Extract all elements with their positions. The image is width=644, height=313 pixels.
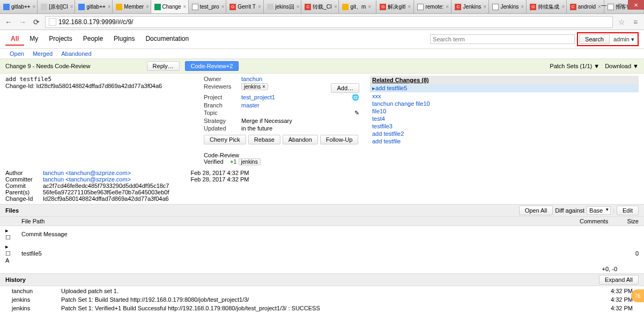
- browser-tab[interactable]: C转载_CI×: [301, 0, 339, 13]
- tab-close-icon[interactable]: ×: [183, 4, 187, 10]
- tab-close-icon[interactable]: ×: [521, 4, 524, 10]
- abandon-button[interactable]: Abandon: [283, 135, 318, 144]
- author-date: Feb 28, 2017 4:32 PM: [191, 170, 249, 176]
- browser-tab[interactable]: GGerrit T×: [226, 0, 264, 13]
- tab-favicon: G: [230, 4, 236, 10]
- browser-tab[interactable]: G解决gitl×: [376, 0, 414, 13]
- related-item[interactable]: testfile3: [370, 122, 639, 130]
- change-title: Change 9 - Needs Code-Review: [5, 63, 90, 69]
- commit-hash: ac2f7cd46fe8edc485f7933290d5dd04df95c18c…: [43, 183, 169, 189]
- code-review-button[interactable]: Code-Review+2: [185, 61, 239, 71]
- browser-tab[interactable]: Jenkins×: [489, 0, 527, 13]
- diff-base-select[interactable]: Base: [587, 206, 611, 215]
- reply-button[interactable]: Reply…: [147, 61, 180, 71]
- file-row[interactable]: ▸ ☐ Atestfile50: [0, 242, 644, 265]
- tab-close-icon[interactable]: ×: [368, 4, 371, 10]
- expand-all-button[interactable]: Expand All: [599, 275, 639, 285]
- related-item[interactable]: tanchun change file10: [370, 100, 639, 107]
- rebase-button[interactable]: Rebase: [248, 135, 280, 144]
- subnav-merged[interactable]: Merged: [28, 49, 57, 59]
- search-button[interactable]: Search: [579, 34, 610, 44]
- tab-close-icon[interactable]: ×: [408, 4, 411, 10]
- add-reviewer-button[interactable]: Add…: [331, 83, 359, 93]
- tab-close-icon[interactable]: ×: [258, 4, 261, 10]
- nav-reload[interactable]: ⟳: [31, 17, 42, 27]
- project-link[interactable]: test_project1: [241, 94, 352, 101]
- nav-projects[interactable]: Projects: [43, 33, 77, 46]
- nav-people[interactable]: People: [78, 33, 108, 46]
- file-row[interactable]: ▸ ☐ Commit Message: [0, 226, 644, 243]
- related-item[interactable]: file10: [370, 107, 639, 115]
- related-item[interactable]: xxx: [370, 92, 639, 100]
- tab-close-icon[interactable]: ×: [561, 4, 565, 10]
- author-link[interactable]: tanchun <tanchun@szprize.com>: [43, 170, 131, 176]
- related-item[interactable]: test4: [370, 115, 639, 122]
- reviewer-chip[interactable]: jenkins ×: [241, 83, 268, 90]
- history-row[interactable]: jenkinsPatch Set 1: Build Started http:/…: [1, 296, 643, 303]
- owner-link[interactable]: tanchun: [241, 76, 359, 82]
- nav-all[interactable]: All: [5, 33, 24, 46]
- change-subject: add testfile5: [5, 76, 193, 83]
- bookmark-icon[interactable]: ☆: [616, 17, 627, 27]
- verified-user[interactable]: jenkins: [239, 158, 261, 165]
- nav-forward[interactable]: →: [17, 17, 28, 27]
- search-input[interactable]: [430, 34, 575, 44]
- address-bar: ← → ⟳ 192.168.0.179:9999/#/c/9/ ☆ ≡: [0, 14, 644, 30]
- browser-tab[interactable]: test_pro×: [189, 0, 227, 13]
- browser-tab[interactable]: [原创]CI×: [38, 0, 75, 13]
- related-item[interactable]: ▸add testfile5: [370, 84, 639, 92]
- browser-tab[interactable]: Change×: [151, 0, 189, 13]
- tab-close-icon[interactable]: ×: [446, 4, 449, 10]
- browser-tab[interactable]: git、m×: [339, 0, 376, 13]
- subnav-abandoned[interactable]: Abandoned: [57, 49, 95, 59]
- nav-plugins[interactable]: Plugins: [108, 33, 140, 46]
- updated-value: in the future: [241, 125, 359, 132]
- change-info: Ownertanchun Reviewersjenkins ×Add… Proj…: [204, 76, 359, 165]
- tab-favicon: [41, 4, 47, 10]
- edit-topic-icon[interactable]: ✎: [354, 110, 359, 117]
- open-all-button[interactable]: Open All: [519, 206, 553, 215]
- window-max[interactable]: □: [612, 0, 628, 10]
- related-item[interactable]: add testfile: [370, 137, 639, 145]
- follow-up-button[interactable]: Follow-Up: [320, 135, 359, 144]
- tab-close-icon[interactable]: ×: [70, 4, 73, 10]
- browser-tab[interactable]: G持续集成×: [527, 0, 566, 13]
- browser-tab[interactable]: gitlab++×: [75, 0, 113, 13]
- patch-sets-dropdown[interactable]: Patch Sets (1/1) ▼: [550, 63, 599, 69]
- verified-row: Verified +1 jenkins: [204, 158, 359, 165]
- tab-close-icon[interactable]: ×: [221, 4, 225, 10]
- menu-icon[interactable]: ≡: [630, 17, 641, 27]
- committer-link[interactable]: tanchun <tanchun@szprize.com>: [43, 176, 131, 183]
- tab-close-icon[interactable]: ×: [483, 4, 486, 10]
- download-dropdown[interactable]: Download ▼: [605, 63, 639, 69]
- subnav-open[interactable]: Open: [5, 49, 28, 59]
- files-header-row: File Path Comments Size: [0, 217, 644, 226]
- related-item[interactable]: add testfile2: [370, 130, 639, 137]
- browser-tab[interactable]: remote:×: [414, 0, 451, 13]
- tab-close-icon[interactable]: ×: [146, 4, 149, 10]
- branch-link[interactable]: master: [241, 102, 359, 108]
- topic-value: [241, 110, 354, 117]
- nav-back[interactable]: ←: [3, 17, 14, 27]
- browser-tab[interactable]: CJenkins×: [451, 0, 489, 13]
- history-row[interactable]: jenkinsPatch Set 1: Verified+1 Build Suc…: [1, 304, 643, 312]
- user-menu[interactable]: admin ▾: [611, 36, 636, 42]
- nav-my[interactable]: My: [24, 33, 43, 46]
- window-min[interactable]: —: [596, 0, 612, 10]
- browser-tab[interactable]: Member×: [113, 0, 151, 13]
- browser-tab[interactable]: jekins回×: [264, 0, 301, 13]
- tab-favicon: G: [530, 4, 536, 10]
- cherry-pick-button[interactable]: Cherry Pick: [204, 135, 246, 144]
- history-row[interactable]: tanchunUploaded patch set 1.4:32 PM: [1, 287, 643, 295]
- window-close[interactable]: ✕: [628, 0, 644, 10]
- edit-button[interactable]: Edit: [617, 206, 639, 215]
- tab-close-icon[interactable]: ×: [33, 4, 36, 10]
- tab-close-icon[interactable]: ×: [108, 4, 111, 10]
- tab-close-icon[interactable]: ×: [334, 4, 337, 10]
- tab-close-icon[interactable]: ×: [297, 4, 300, 10]
- url-input[interactable]: 192.168.0.179:9999/#/c/9/: [45, 16, 613, 28]
- change-left: add testfile5 Change-Id: Id28cf9a5801488…: [5, 76, 193, 165]
- nav-documentation[interactable]: Documentation: [140, 33, 194, 46]
- browser-tab[interactable]: gitlab++×: [0, 0, 38, 13]
- float-badge[interactable]: 76: [631, 289, 644, 302]
